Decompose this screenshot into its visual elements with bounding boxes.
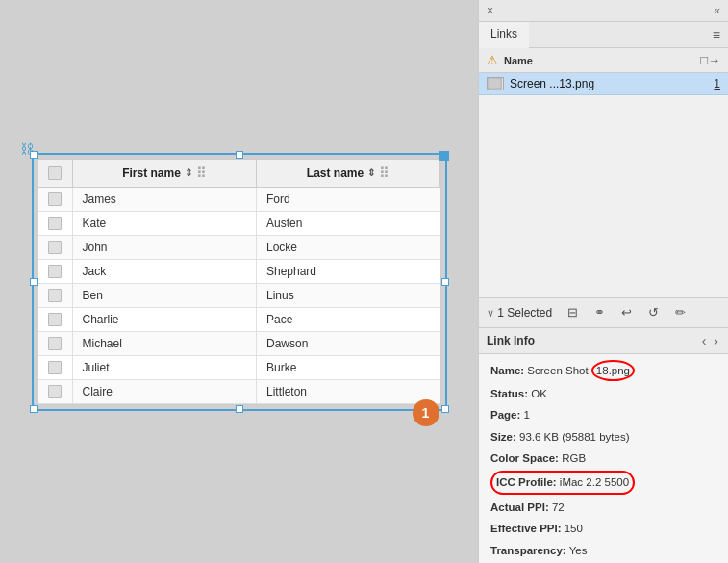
panel-collapse-button[interactable]: « xyxy=(714,4,720,17)
nav-prev-button[interactable]: ‹ xyxy=(700,333,709,348)
handle-bottom-center[interactable] xyxy=(236,405,243,413)
row-checkbox[interactable] xyxy=(48,265,62,278)
svg-rect-1 xyxy=(489,79,500,88)
handle-top-right[interactable] xyxy=(439,151,449,161)
transparency-value: Yes xyxy=(569,545,588,556)
cell-last: Littleton xyxy=(257,380,440,403)
col-firstname-header[interactable]: First name ⇕ ⠿ xyxy=(73,160,257,187)
handle-top-left[interactable] xyxy=(30,151,38,159)
bottom-toolbar: ∨ 1 Selected ⊟ ⚭ ↩ ↺ ✏ xyxy=(479,297,728,328)
row-check[interactable] xyxy=(38,332,73,355)
close-button[interactable]: × xyxy=(487,4,493,17)
table-row: Jack Shephard xyxy=(38,260,440,284)
cell-last: Dawson xyxy=(257,332,440,355)
row-checkbox[interactable] xyxy=(48,217,62,230)
row-checkbox[interactable] xyxy=(48,385,62,398)
lastname-sort-icon[interactable]: ⇕ xyxy=(367,167,375,178)
row-check[interactable] xyxy=(38,284,73,307)
cell-last: Pace xyxy=(257,308,440,331)
info-icc-row: ICC Profile: iMac 2.2 5500 xyxy=(479,469,728,496)
table-row: Ben Linus xyxy=(38,284,440,308)
tab-links[interactable]: Links xyxy=(479,22,529,48)
row-checkbox[interactable] xyxy=(48,241,62,254)
cell-last: Burke xyxy=(257,356,440,379)
link-new-icon[interactable]: □→ xyxy=(700,53,720,67)
row-checkbox[interactable] xyxy=(48,337,62,350)
lastname-drag-icon[interactable]: ⠿ xyxy=(379,166,389,181)
info-effectiveppi-row: Effective PPI: 150 xyxy=(479,518,728,539)
table-row: Juliet Burke xyxy=(38,356,440,380)
cell-first: Charlie xyxy=(73,308,258,331)
table-row: James Ford xyxy=(38,188,440,212)
preview-button[interactable]: ⊟ xyxy=(562,302,583,323)
handle-mid-left[interactable] xyxy=(30,278,38,286)
selected-count: ∨ 1 Selected xyxy=(487,306,552,320)
icc-value: iMac 2.2 5500 xyxy=(560,476,629,488)
canvas-area: ⛓ First name ⇕ ⠿ Last name ⇕ xyxy=(0,0,478,563)
edit-button[interactable]: ✏ xyxy=(669,302,690,323)
file-page-number: 1 xyxy=(714,77,720,90)
row-check[interactable] xyxy=(38,356,73,379)
row-check[interactable] xyxy=(38,380,73,403)
info-size-row: Size: 93.6 KB (95881 bytes) xyxy=(479,426,728,448)
link-info-nav: ‹ › xyxy=(700,333,720,348)
firstname-sort-icon[interactable]: ⇕ xyxy=(185,167,192,178)
cell-first: Kate xyxy=(73,212,258,235)
cell-first: James xyxy=(73,188,258,211)
col-lastname-header[interactable]: Last name ⇕ ⠿ xyxy=(257,160,440,187)
nav-next-button[interactable]: › xyxy=(712,333,720,348)
row-check[interactable] xyxy=(38,188,73,211)
status-value: OK xyxy=(531,388,547,399)
file-name: Screen ...13.png xyxy=(510,77,714,90)
cell-last: Linus xyxy=(257,284,440,307)
link-info-title: Link Info xyxy=(487,334,535,347)
row-check[interactable] xyxy=(38,260,73,283)
info-actualppi-row: Actual PPI: 72 xyxy=(479,497,728,518)
info-transparency-row: Transparency: Yes xyxy=(479,540,728,561)
size-key: Size: xyxy=(490,431,516,443)
actualppi-key: Actual PPI: xyxy=(490,501,549,513)
relink-button[interactable]: ↩ xyxy=(615,302,637,323)
file-row[interactable]: Screen ...13.png 1 xyxy=(479,73,728,95)
handle-bottom-right[interactable] xyxy=(441,405,449,413)
table-row: John Locke xyxy=(38,236,440,260)
effectiveppi-value: 150 xyxy=(565,523,583,534)
row-check[interactable] xyxy=(38,212,73,235)
firstname-drag-icon[interactable]: ⠿ xyxy=(196,166,206,181)
size-value: 93.6 KB (95881 bytes) xyxy=(519,431,629,443)
handle-bottom-left[interactable] xyxy=(30,405,38,413)
name-value-text: Screen Shot 18.png xyxy=(527,365,635,376)
name-key: Name: xyxy=(490,365,524,376)
link-button[interactable]: ⚭ xyxy=(589,302,610,323)
handle-top-center[interactable] xyxy=(236,151,243,159)
file-icon xyxy=(487,77,504,90)
selected-frame[interactable]: ⛓ First name ⇕ ⠿ Last name ⇕ xyxy=(32,153,447,411)
link-info-header: Link Info ‹ › xyxy=(479,328,728,354)
header-checkbox[interactable] xyxy=(48,166,62,180)
lastname-label: Last name xyxy=(307,166,364,180)
row-checkbox[interactable] xyxy=(48,289,62,302)
row-checkbox[interactable] xyxy=(48,361,62,374)
icc-key: ICC Profile: xyxy=(496,476,557,488)
row-checkbox[interactable] xyxy=(48,192,62,206)
selected-label: 1 Selected xyxy=(497,306,552,320)
handle-mid-right[interactable] xyxy=(441,278,449,286)
row-check[interactable] xyxy=(38,308,73,331)
name-highlight: 18.png xyxy=(591,360,635,381)
effectiveppi-key: Effective PPI: xyxy=(490,523,562,534)
colorspace-value: RGB xyxy=(562,452,586,464)
icc-circle-highlight: ICC Profile: iMac 2.2 5500 xyxy=(490,471,635,494)
panel-tabs: Links ≡ xyxy=(479,22,728,48)
row-check[interactable] xyxy=(38,236,73,259)
refresh-button[interactable]: ↺ xyxy=(642,302,664,323)
cell-first: Juliet xyxy=(73,356,258,379)
row-checkbox[interactable] xyxy=(48,313,62,326)
cell-last: Ford xyxy=(257,188,440,211)
info-status-row: Status: OK xyxy=(479,383,728,404)
cell-last: Locke xyxy=(257,236,440,259)
warn-icon: ⚠ xyxy=(487,53,498,67)
table-row: Charlie Pace xyxy=(38,308,440,332)
panel-menu-icon[interactable]: ≡ xyxy=(705,22,728,47)
panel-titlebar: × « xyxy=(479,0,728,22)
name-column-label: Name xyxy=(504,55,700,66)
